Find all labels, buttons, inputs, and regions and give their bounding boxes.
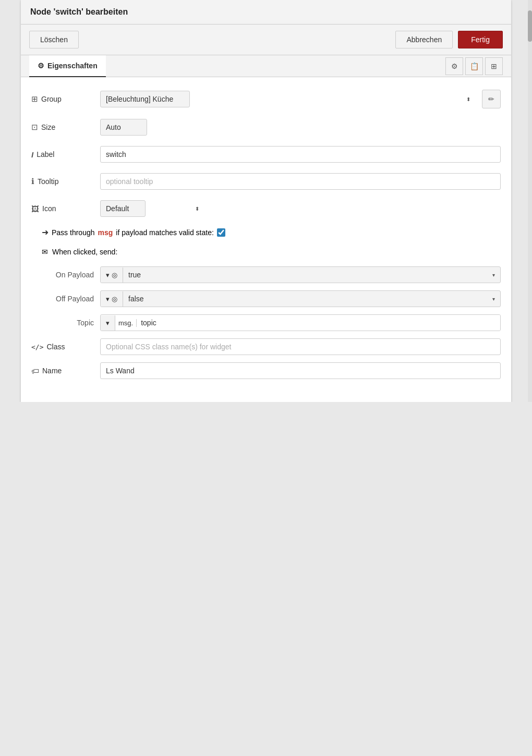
when-clicked-row: ✉ When clicked, send: bbox=[31, 248, 501, 256]
off-payload-circle-icon: ◎ bbox=[112, 295, 117, 303]
topic-input[interactable] bbox=[137, 315, 500, 331]
pass-through-text2: if payload matches valid state: bbox=[116, 228, 214, 237]
arrow-right-icon: ➜ bbox=[42, 227, 49, 237]
pencil-icon: ✏ bbox=[488, 95, 494, 103]
pass-through-checkbox[interactable] bbox=[217, 228, 225, 237]
label-icon: I bbox=[31, 150, 33, 159]
scrollbar-thumb[interactable] bbox=[528, 10, 532, 42]
tab-icon-doc[interactable]: 📋 bbox=[465, 57, 483, 75]
envelope-icon: ✉ bbox=[42, 248, 48, 256]
off-payload-control: ▾ ◎ false ▾ bbox=[100, 290, 501, 307]
tab-icon-gear[interactable]: ⚙ bbox=[445, 57, 463, 75]
group-select-wrapper: [Beleuchtung] Küche ⬍ bbox=[100, 91, 476, 107]
topic-prefix-button[interactable]: ▾ bbox=[101, 315, 115, 331]
image-icon: 🖼 bbox=[31, 204, 39, 213]
tab-properties-label: Eigenschaften bbox=[47, 62, 98, 70]
off-payload-type-arrow: ▾ bbox=[106, 295, 110, 303]
size-icon: ⊡ bbox=[31, 123, 38, 132]
class-label: </> Class bbox=[31, 343, 94, 351]
on-payload-control: ▾ ◎ true ▾ bbox=[100, 266, 501, 283]
group-icon: ⊞ bbox=[31, 94, 38, 104]
group-select-chevron: ⬍ bbox=[466, 96, 470, 102]
tag-icon: 🏷 bbox=[31, 367, 39, 375]
label-row: I Label bbox=[31, 146, 501, 163]
icon-select[interactable]: Default bbox=[100, 200, 146, 217]
off-payload-label: Off Payload bbox=[31, 295, 94, 303]
on-payload-circle-icon: ◎ bbox=[112, 271, 117, 279]
icon-select-wrapper: Default ⬍ bbox=[100, 200, 204, 217]
tabs-bar: ⚙ Eigenschaften ⚙ 📋 ⊞ bbox=[21, 55, 511, 77]
grid-icon: ⊞ bbox=[491, 62, 497, 70]
code-icon: </> bbox=[31, 343, 43, 351]
name-row: 🏷 Name bbox=[31, 362, 501, 379]
on-payload-type-button[interactable]: ▾ ◎ bbox=[101, 267, 123, 283]
class-input[interactable] bbox=[100, 338, 501, 355]
off-payload-value: false bbox=[123, 291, 487, 307]
group-edit-button[interactable]: ✏ bbox=[482, 90, 501, 108]
off-payload-row: Off Payload ▾ ◎ false ▾ bbox=[31, 290, 501, 307]
toolbar: Löschen Abbrechen Fertig bbox=[21, 25, 511, 55]
topic-label: Topic bbox=[31, 319, 94, 327]
on-payload-row: On Payload ▾ ◎ true ▾ bbox=[31, 266, 501, 283]
panel-header: Node 'switch' bearbeiten bbox=[21, 0, 511, 25]
on-payload-type-arrow: ▾ bbox=[106, 271, 110, 279]
cancel-button[interactable]: Abbrechen bbox=[395, 31, 453, 48]
icon-label: 🖼 Icon bbox=[31, 204, 94, 213]
done-button[interactable]: Fertig bbox=[458, 31, 503, 48]
tab-icon-grid[interactable]: ⊞ bbox=[485, 57, 503, 75]
on-payload-label: On Payload bbox=[31, 271, 94, 279]
tooltip-label: ℹ Tooltip bbox=[31, 177, 94, 186]
on-payload-end-arrow[interactable]: ▾ bbox=[487, 269, 500, 282]
group-label: ⊞ Group bbox=[31, 94, 94, 104]
on-payload-value: true bbox=[123, 267, 487, 283]
size-row: ⊡ Size bbox=[31, 119, 501, 136]
scrollbar-track[interactable] bbox=[528, 0, 532, 402]
gear-icon: ⚙ bbox=[451, 62, 458, 70]
when-clicked-label: When clicked, send: bbox=[52, 248, 117, 256]
name-label: 🏷 Name bbox=[31, 367, 94, 375]
pass-through-row: ➜ Pass through msg if payload matches va… bbox=[31, 227, 501, 237]
off-payload-type-button[interactable]: ▾ ◎ bbox=[101, 291, 123, 307]
pass-through-text1: Pass through bbox=[52, 228, 95, 237]
icon-select-chevron: ⬍ bbox=[195, 206, 199, 212]
size-input[interactable] bbox=[100, 119, 147, 136]
topic-prefix-arrow: ▾ bbox=[106, 319, 110, 327]
off-payload-end-arrow[interactable]: ▾ bbox=[487, 292, 500, 306]
name-input[interactable] bbox=[100, 362, 501, 379]
topic-row: Topic ▾ msg. bbox=[31, 314, 501, 331]
form-body: ⊞ Group [Beleuchtung] Küche ⬍ ✏ ⊡ Size bbox=[21, 77, 511, 402]
icon-row: 🖼 Icon Default ⬍ bbox=[31, 200, 501, 217]
label-input[interactable] bbox=[100, 146, 501, 163]
group-row: ⊞ Group [Beleuchtung] Küche ⬍ ✏ bbox=[31, 90, 501, 108]
gear-tab-icon: ⚙ bbox=[38, 62, 44, 70]
label-label: I Label bbox=[31, 150, 94, 159]
topic-prefix-text: msg. bbox=[115, 319, 137, 327]
tab-properties[interactable]: ⚙ Eigenschaften bbox=[29, 55, 106, 77]
topic-control: ▾ msg. bbox=[100, 314, 501, 331]
class-row: </> Class bbox=[31, 338, 501, 355]
size-label: ⊡ Size bbox=[31, 123, 94, 132]
tooltip-row: ℹ Tooltip bbox=[31, 173, 501, 190]
delete-button[interactable]: Löschen bbox=[29, 31, 79, 48]
doc-icon: 📋 bbox=[470, 62, 479, 70]
tooltip-input[interactable] bbox=[100, 173, 501, 190]
tab-icon-group: ⚙ 📋 ⊞ bbox=[445, 57, 503, 75]
msg-badge: msg bbox=[98, 228, 113, 237]
info-icon: ℹ bbox=[31, 177, 34, 186]
page-title: Node 'switch' bearbeiten bbox=[30, 7, 502, 17]
group-select[interactable]: [Beleuchtung] Küche bbox=[100, 91, 190, 107]
